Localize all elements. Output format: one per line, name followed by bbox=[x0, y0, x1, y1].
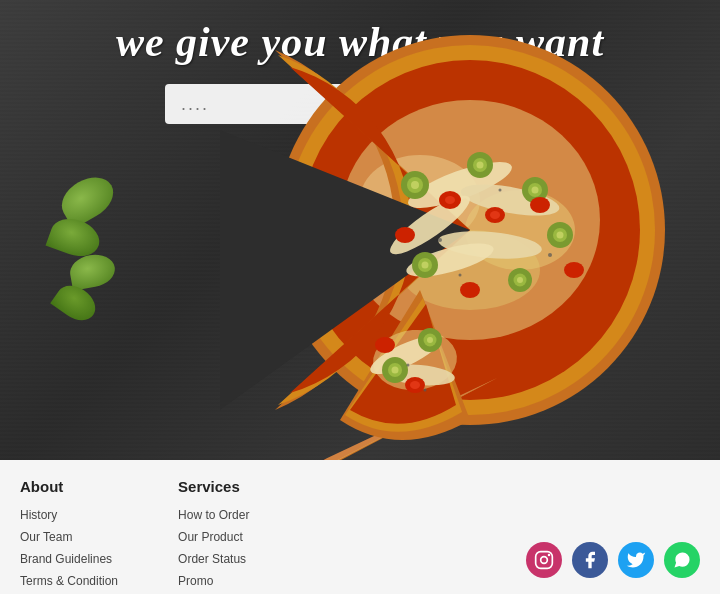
svg-point-55 bbox=[424, 389, 427, 392]
whatsapp-icon[interactable] bbox=[664, 542, 700, 578]
svg-point-31 bbox=[445, 196, 455, 204]
svg-point-50 bbox=[427, 337, 433, 343]
svg-point-58 bbox=[548, 554, 551, 557]
svg-point-26 bbox=[422, 262, 429, 269]
svg-point-36 bbox=[460, 282, 480, 298]
services-ourproduct-link[interactable]: Our Product bbox=[178, 530, 243, 544]
hero-section: we give you what you want SUBSCRIBE bbox=[0, 0, 720, 460]
footer-services-title: Services bbox=[178, 478, 269, 495]
list-item: Our Team bbox=[20, 527, 118, 545]
about-history-link[interactable]: History bbox=[20, 508, 57, 522]
footer-col-services: Services How to Order Our Product Order … bbox=[178, 478, 269, 594]
svg-point-37 bbox=[395, 227, 415, 243]
svg-point-53 bbox=[375, 337, 395, 353]
about-ourteam-link[interactable]: Our Team bbox=[20, 530, 72, 544]
list-item: Promo bbox=[178, 571, 269, 589]
services-orderstatus-link[interactable]: Order Status bbox=[178, 552, 246, 566]
svg-point-14 bbox=[411, 181, 419, 189]
svg-point-54 bbox=[407, 364, 410, 367]
list-item: History bbox=[20, 505, 118, 523]
svg-point-29 bbox=[517, 277, 523, 283]
instagram-icon[interactable] bbox=[526, 542, 562, 578]
footer-social bbox=[526, 542, 700, 578]
svg-point-41 bbox=[459, 274, 462, 277]
svg-point-40 bbox=[548, 253, 552, 257]
svg-point-33 bbox=[490, 211, 500, 219]
twitter-icon[interactable] bbox=[618, 542, 654, 578]
svg-point-35 bbox=[564, 262, 584, 278]
list-item: Our Product bbox=[178, 527, 269, 545]
svg-point-17 bbox=[532, 187, 539, 194]
footer-about-title: About bbox=[20, 478, 118, 495]
services-howtoorder-link[interactable]: How to Order bbox=[178, 508, 249, 522]
pizza-image bbox=[220, 30, 720, 460]
svg-point-34 bbox=[530, 197, 550, 213]
footer: About History Our Team Brand Guidelines … bbox=[0, 460, 720, 594]
list-item: Terms & Condition bbox=[20, 571, 118, 589]
list-item: Order Status bbox=[178, 549, 269, 567]
list-item: Brand Guidelines bbox=[20, 549, 118, 567]
svg-point-57 bbox=[541, 557, 548, 564]
svg-point-39 bbox=[499, 189, 502, 192]
footer-services-links: How to Order Our Product Order Status Pr… bbox=[178, 505, 269, 594]
facebook-icon[interactable] bbox=[572, 542, 608, 578]
services-promo-link[interactable]: Promo bbox=[178, 574, 213, 588]
svg-point-20 bbox=[477, 162, 484, 169]
svg-point-52 bbox=[410, 381, 420, 389]
svg-point-38 bbox=[438, 238, 442, 242]
footer-col-about: About History Our Team Brand Guidelines … bbox=[20, 478, 118, 594]
leaf-3 bbox=[68, 251, 118, 290]
about-terms-link[interactable]: Terms & Condition bbox=[20, 574, 118, 588]
list-item: How to Order bbox=[178, 505, 269, 523]
svg-point-47 bbox=[392, 367, 399, 374]
svg-point-23 bbox=[557, 232, 564, 239]
footer-about-links: History Our Team Brand Guidelines Terms … bbox=[20, 505, 118, 594]
about-brandguidelines-link[interactable]: Brand Guidelines bbox=[20, 552, 112, 566]
